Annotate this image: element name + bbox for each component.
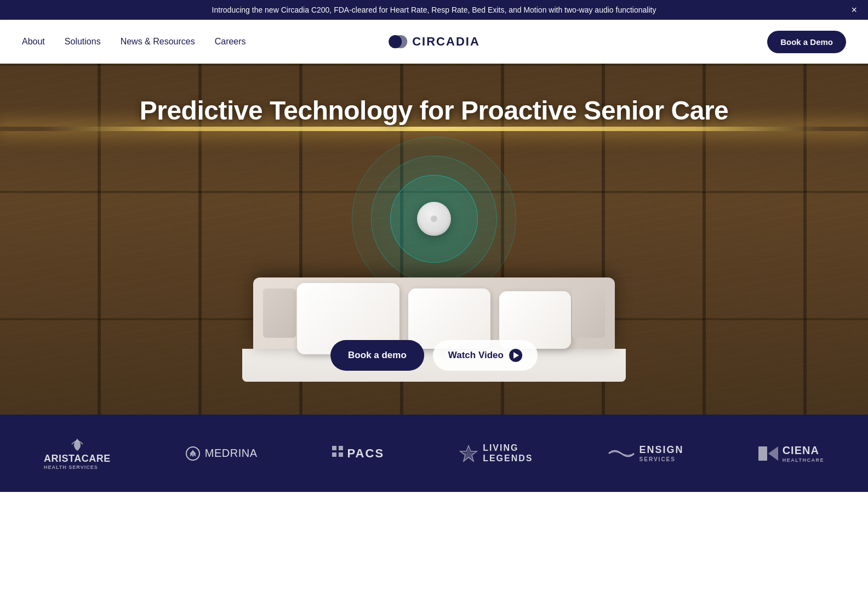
logo-icon	[388, 32, 408, 52]
announcement-banner: Introducing the new Circadia C200, FDA-c…	[0, 0, 868, 20]
partner-living-legends: LIVING LEGENDS	[459, 443, 533, 463]
hero-content: Predictive Technology for Proactive Seni…	[0, 64, 868, 415]
svg-rect-8	[758, 446, 767, 461]
aristacare-sublabel: HEALTH SERVICES	[44, 465, 111, 470]
nav-links: About Solutions News & Resources Careers	[22, 37, 246, 47]
logo[interactable]: CIRCADIA	[388, 32, 480, 52]
aristacare-icon	[64, 437, 90, 452]
sensor-visualization	[341, 142, 527, 296]
partner-ensign: ENSIGN SERVICES	[608, 444, 684, 462]
hero-buttons: Book a demo Watch Video	[330, 340, 538, 371]
living-legends-text: LIVING LEGENDS	[483, 443, 533, 463]
medrina-icon	[185, 446, 201, 461]
nav-cta: Book a Demo	[767, 31, 846, 53]
svg-rect-5	[339, 446, 343, 450]
book-demo-nav-button[interactable]: Book a Demo	[767, 31, 846, 53]
sensor-device	[417, 202, 451, 236]
hero-title: Predictive Technology for Proactive Seni…	[140, 95, 729, 126]
svg-point-2	[395, 35, 401, 48]
pacs-label: PACS	[347, 446, 385, 461]
ciena-icon	[758, 445, 778, 462]
partner-ciena: CIENA HEALTHCARE	[758, 444, 824, 463]
ensign-icon	[608, 447, 635, 460]
ensign-text: ENSIGN SERVICES	[639, 444, 684, 462]
partner-aristacare: AristaCare HEALTH SERVICES	[44, 437, 111, 470]
aristacare-label: AristaCare	[44, 453, 111, 465]
logo-text: CIRCADIA	[412, 35, 480, 49]
play-triangle	[513, 352, 519, 359]
living-legends-icon	[459, 444, 478, 463]
watch-video-button[interactable]: Watch Video	[433, 340, 538, 371]
announcement-text: Introducing the new Circadia C200, FDA-c…	[212, 5, 656, 14]
nav-solutions[interactable]: Solutions	[65, 37, 101, 46]
pacs-icon	[332, 446, 343, 461]
partner-pacs: PACS	[332, 446, 385, 461]
nav-careers[interactable]: Careers	[215, 37, 246, 46]
hero-section: Predictive Technology for Proactive Seni…	[0, 64, 868, 415]
svg-rect-6	[332, 452, 336, 457]
ciena-text: CIENA HEALTHCARE	[783, 444, 824, 463]
close-announcement-button[interactable]: ×	[851, 5, 857, 15]
nav-news-resources[interactable]: News & Resources	[121, 37, 195, 46]
svg-rect-7	[339, 452, 343, 457]
nav-about[interactable]: About	[22, 37, 45, 46]
partner-medrina: medrina	[185, 446, 258, 461]
play-icon	[509, 349, 522, 362]
partners-bar: AristaCare HEALTH SERVICES medrina PACS …	[0, 415, 868, 492]
navbar: About Solutions News & Resources Careers…	[0, 20, 868, 64]
medrina-label: medrina	[205, 447, 258, 460]
book-demo-hero-button[interactable]: Book a demo	[330, 340, 424, 371]
svg-rect-4	[332, 446, 336, 450]
bed-headboard	[253, 277, 615, 349]
